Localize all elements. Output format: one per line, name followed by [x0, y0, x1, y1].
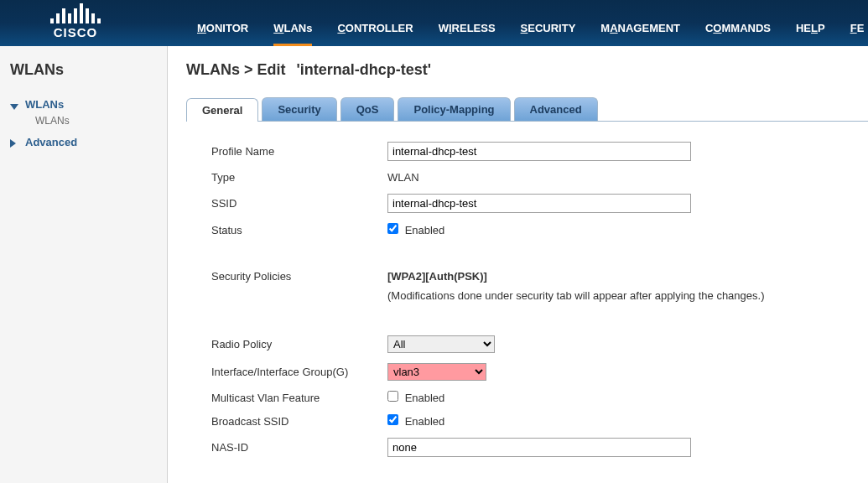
top-navigation: MONITOR WLANs CONTROLLER WIRELESS SECURI…	[197, 22, 864, 36]
nav-commands[interactable]: COMMANDS	[705, 22, 771, 36]
main-content: WLANs > Edit 'internal-dhcp-test' Genera…	[168, 46, 868, 483]
sidebar-item-advanced[interactable]: Advanced	[10, 133, 157, 151]
label-nas-id: NAS-ID	[211, 441, 387, 454]
nav-wireless[interactable]: WIRELESS	[439, 22, 496, 36]
cisco-bars-icon	[50, 3, 101, 23]
label-multicast-vlan: Multicast Vlan Feature	[211, 392, 387, 404]
cisco-logo-text: CISCO	[54, 25, 98, 39]
header-bar: CISCO MONITOR WLANs CONTROLLER WIRELESS …	[0, 0, 868, 46]
breadcrumb-item: 'internal-dhcp-test'	[297, 61, 432, 78]
profile-name-input[interactable]	[387, 142, 691, 161]
radio-policy-select[interactable]: All	[387, 335, 495, 353]
sidebar-item-wlans-label: WLANs	[25, 98, 64, 111]
breadcrumb-section: WLANs > Edit	[186, 61, 286, 78]
general-form: Profile Name Type WLAN SSID Status Enabl…	[186, 122, 868, 477]
sidebar-title: WLANs	[10, 61, 157, 79]
security-policies-value: [WPA2][Auth(PSK)]	[387, 270, 487, 283]
tab-qos[interactable]: QoS	[340, 97, 395, 121]
sidebar-item-wlans[interactable]: WLANs	[10, 96, 157, 113]
nav-wlans[interactable]: WLANs	[273, 22, 312, 46]
sidebar-item-wlans-child[interactable]: WLANs	[10, 113, 157, 133]
nav-help[interactable]: HELP	[796, 22, 825, 36]
tab-advanced[interactable]: Advanced	[514, 97, 598, 121]
label-radio-policy: Radio Policy	[211, 338, 387, 351]
status-enabled-text: Enabled	[405, 224, 445, 236]
broadcast-enabled-text: Enabled	[405, 415, 445, 428]
tab-security[interactable]: Security	[262, 97, 336, 121]
label-interface-group: Interface/Interface Group(G)	[211, 366, 387, 378]
tab-bar: General Security QoS Policy-Mapping Adva…	[186, 97, 868, 122]
tab-policy-mapping[interactable]: Policy-Mapping	[398, 97, 510, 121]
tab-general[interactable]: General	[186, 98, 258, 122]
chevron-down-icon[interactable]	[10, 100, 20, 110]
sidebar: WLANs WLANs WLANs Advanced	[0, 46, 168, 483]
chevron-right-icon[interactable]	[10, 138, 20, 148]
nav-controller[interactable]: CONTROLLER	[337, 22, 413, 36]
nav-feedback[interactable]: FE	[850, 22, 865, 36]
nas-id-input[interactable]	[387, 438, 691, 457]
nav-security[interactable]: SECURITY	[521, 22, 576, 36]
nav-management[interactable]: MANAGEMENT	[600, 22, 680, 36]
type-value: WLAN	[387, 171, 419, 184]
breadcrumb: WLANs > Edit 'internal-dhcp-test'	[186, 61, 868, 79]
cisco-logo: CISCO	[50, 3, 101, 39]
label-status: Status	[211, 224, 387, 236]
label-profile-name: Profile Name	[211, 145, 387, 158]
label-broadcast-ssid: Broadcast SSID	[211, 415, 387, 428]
label-security-policies: Security Policies	[211, 270, 387, 283]
interface-group-select[interactable]: vlan3	[387, 363, 486, 381]
nav-monitor[interactable]: MONITOR	[197, 22, 248, 36]
label-type: Type	[211, 171, 387, 184]
sidebar-item-advanced-label: Advanced	[25, 136, 77, 148]
status-checkbox[interactable]	[387, 223, 398, 234]
security-policies-note: (Modifications done under security tab w…	[387, 289, 764, 302]
label-ssid: SSID	[211, 197, 387, 210]
multicast-vlan-checkbox[interactable]	[387, 391, 398, 402]
multicast-enabled-text: Enabled	[405, 392, 445, 404]
ssid-input[interactable]	[387, 194, 691, 213]
broadcast-ssid-checkbox[interactable]	[387, 414, 398, 425]
